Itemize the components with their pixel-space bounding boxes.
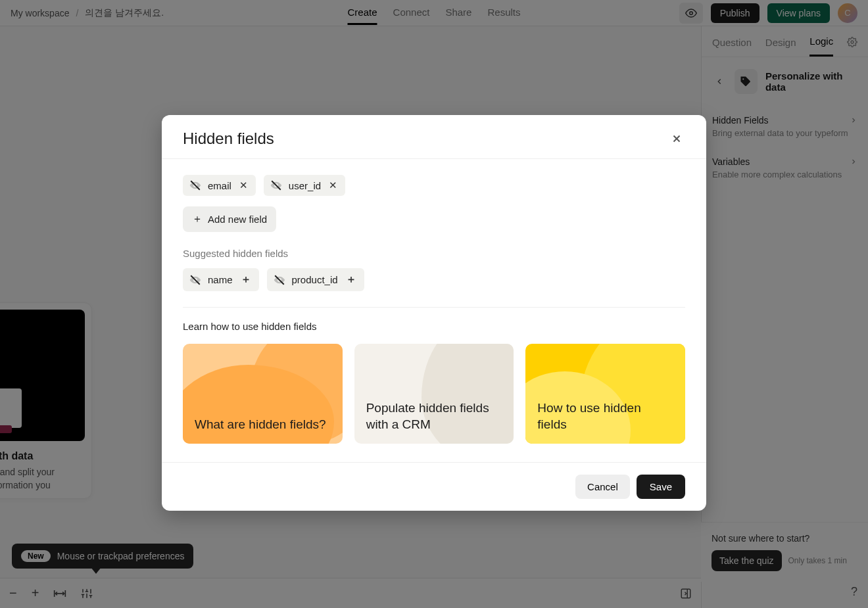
- field-chip-user-id: user_id ✕: [264, 175, 345, 196]
- suggested-chip-product-id: product_id ＋: [267, 268, 364, 291]
- add-new-field-button[interactable]: ＋ Add new field: [183, 206, 276, 232]
- learn-card-crm[interactable]: Populate hidden fields with a CRM: [354, 344, 514, 444]
- add-new-field-label: Add new field: [208, 214, 267, 225]
- save-button[interactable]: Save: [637, 475, 685, 499]
- remove-field-button[interactable]: ✕: [238, 179, 249, 191]
- field-chip-email: email ✕: [183, 175, 256, 196]
- eye-off-icon: [270, 179, 282, 191]
- learn-card-title: What are hidden fields?: [195, 416, 326, 433]
- suggested-chip-label: name: [208, 274, 233, 285]
- modal-footer: Cancel Save: [162, 462, 706, 511]
- field-chip-label: user_id: [289, 180, 321, 191]
- remove-field-button[interactable]: ✕: [327, 179, 339, 191]
- active-fields-row: email ✕ user_id ✕: [183, 175, 685, 196]
- learn-cards-row: What are hidden fields? Populate hidden …: [183, 344, 685, 444]
- eye-off-icon: [189, 274, 201, 286]
- plus-icon: ＋: [192, 212, 203, 226]
- eye-off-icon: [189, 179, 201, 191]
- learn-card-title: How to use hidden fields: [537, 400, 673, 433]
- modal-title: Hidden fields: [183, 129, 274, 148]
- suggested-label: Suggested hidden fields: [183, 248, 685, 259]
- modal-overlay[interactable]: Hidden fields email ✕ user_id: [0, 0, 868, 608]
- learn-card-how-to[interactable]: How to use hidden fields: [525, 344, 685, 444]
- hidden-fields-modal: Hidden fields email ✕ user_id: [162, 115, 706, 511]
- eye-off-icon: [274, 274, 285, 286]
- learn-card-title: Populate hidden fields with a CRM: [366, 400, 502, 433]
- suggested-chip-name: name ＋: [183, 268, 259, 291]
- add-suggested-button[interactable]: ＋: [345, 273, 358, 287]
- divider: [183, 307, 685, 308]
- suggested-chip-label: product_id: [292, 274, 338, 285]
- modal-close-button[interactable]: [668, 130, 685, 147]
- add-suggested-button[interactable]: ＋: [239, 273, 253, 287]
- field-chip-label: email: [208, 180, 231, 191]
- suggested-fields-row: name ＋ product_id ＋: [183, 268, 685, 291]
- learn-card-what-are[interactable]: What are hidden fields?: [183, 344, 343, 444]
- cancel-button[interactable]: Cancel: [575, 475, 630, 499]
- learn-label: Learn how to use hidden fields: [183, 321, 685, 332]
- close-icon: [671, 133, 683, 145]
